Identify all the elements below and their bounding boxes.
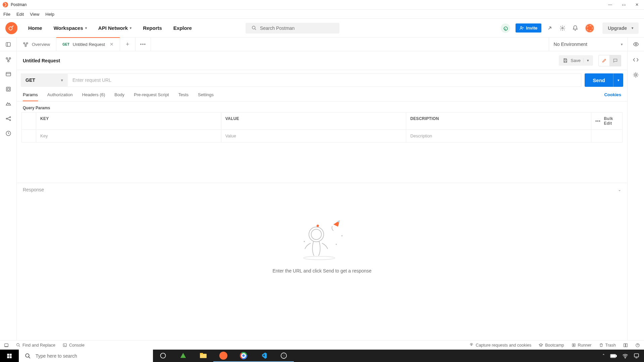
sync-status-icon[interactable]	[501, 23, 510, 33]
svg-point-20	[304, 256, 335, 260]
checkbox-header	[21, 113, 36, 130]
more-icon[interactable]: •••	[595, 119, 601, 123]
tab-prerequest[interactable]: Pre-request Script	[134, 92, 169, 101]
bootcamp-button[interactable]: Bootcamp	[539, 343, 564, 348]
invite-icon	[520, 26, 524, 30]
chevron-down-icon: ▾	[583, 58, 589, 63]
environment-selected: No Environment	[554, 42, 587, 47]
send-button[interactable]: Send	[585, 73, 613, 87]
close-icon[interactable]: ✕	[635, 2, 639, 7]
chevron-down-icon: ▾	[632, 26, 633, 30]
sidebar-toggle-icon[interactable]	[0, 38, 17, 51]
task-vscode-icon[interactable]	[254, 350, 274, 362]
environment-selector[interactable]: No Environment ▾	[549, 38, 628, 51]
tab-authorization[interactable]: Authorization	[47, 92, 73, 101]
query-params-table: KEY VALUE DESCRIPTION ••• Bulk Edit Key …	[21, 112, 623, 142]
console-button[interactable]: Console	[63, 343, 85, 348]
menu-edit[interactable]: Edit	[16, 12, 24, 17]
desktop-agent-icon[interactable]	[547, 25, 554, 31]
save-button[interactable]: Save ▾	[559, 55, 593, 66]
cookies-link[interactable]: Cookies	[604, 92, 621, 101]
global-search[interactable]: Search Postman	[246, 23, 339, 34]
new-tab-button[interactable]: +	[120, 38, 136, 51]
svg-rect-39	[7, 356, 9, 358]
nav-home[interactable]: Home	[23, 22, 47, 34]
tray-battery-icon[interactable]	[610, 354, 617, 358]
task-chrome-icon[interactable]	[233, 350, 254, 362]
environments-icon[interactable]	[5, 86, 11, 92]
taskbar-search[interactable]: Type here to search	[19, 350, 153, 362]
edit-icon[interactable]	[598, 55, 610, 66]
bulk-edit-link[interactable]: Bulk Edit	[604, 116, 618, 126]
tab-untitled-request[interactable]: GET Untitled Request ✕	[56, 38, 120, 51]
chevron-down-icon[interactable]: ⌄	[618, 187, 621, 192]
tab-body[interactable]: Body	[114, 92, 124, 101]
user-avatar[interactable]	[585, 23, 594, 33]
collections-icon[interactable]	[5, 57, 11, 63]
task-app-1-icon[interactable]	[173, 350, 193, 362]
tab-headers[interactable]: Headers (6)	[82, 92, 105, 101]
two-pane-icon[interactable]	[623, 343, 628, 348]
history-icon[interactable]	[5, 130, 11, 136]
tab-overview[interactable]: Overview	[17, 38, 56, 51]
settings-icon[interactable]	[559, 25, 567, 31]
svg-rect-5	[6, 42, 10, 46]
value-input[interactable]: Value	[221, 130, 407, 142]
svg-point-12	[7, 60, 9, 62]
environment-quicklook-icon[interactable]	[628, 38, 644, 51]
find-replace-button[interactable]: Find and Replace	[16, 343, 55, 348]
maximize-icon[interactable]: ▭	[621, 2, 626, 7]
description-input[interactable]: Description	[406, 130, 591, 142]
svg-point-32	[471, 345, 472, 346]
bootcamp-label: Bootcamp	[545, 343, 564, 348]
minimize-icon[interactable]: —	[608, 2, 612, 7]
menu-help[interactable]: Help	[45, 12, 54, 17]
task-obs-icon[interactable]	[274, 350, 294, 362]
svg-rect-40	[10, 356, 12, 358]
nav-workspaces[interactable]: Workspaces ▾	[49, 22, 92, 34]
response-hint: Enter the URL and click Send to get a re…	[272, 268, 371, 274]
comment-icon[interactable]	[610, 55, 621, 66]
windows-start-button[interactable]	[0, 350, 19, 362]
nav-api-network[interactable]: API Network ▾	[94, 22, 136, 34]
tab-tests[interactable]: Tests	[178, 92, 189, 101]
tab-params[interactable]: Params	[23, 92, 38, 101]
svg-rect-13	[6, 72, 11, 76]
key-input[interactable]: Key	[36, 130, 221, 142]
svg-point-49	[242, 354, 245, 357]
toggle-sidebar-icon[interactable]	[4, 343, 9, 348]
invite-button[interactable]: Invite	[516, 23, 541, 33]
mock-servers-icon[interactable]	[5, 101, 11, 107]
table-row[interactable]: Key Value Description	[21, 130, 623, 142]
tab-actions-icon[interactable]: •••	[136, 38, 151, 51]
runner-button[interactable]: Runner	[572, 343, 592, 348]
task-postman-icon[interactable]	[213, 350, 233, 362]
tray-wifi-icon[interactable]	[622, 354, 628, 358]
tab-settings[interactable]: Settings	[198, 92, 214, 101]
search-icon	[252, 25, 257, 31]
nav-explore[interactable]: Explore	[169, 22, 197, 34]
capture-button[interactable]: Capture requests and cookies	[469, 343, 531, 348]
menu-file[interactable]: File	[3, 12, 10, 17]
tray-chevron-icon[interactable]: ˄	[602, 353, 605, 359]
request-url-input[interactable]	[68, 73, 581, 87]
menu-view[interactable]: View	[30, 12, 39, 17]
tray-notifications-icon[interactable]	[634, 353, 639, 359]
svg-point-22	[311, 229, 322, 240]
nav-reports[interactable]: Reports	[138, 22, 167, 34]
monitors-icon[interactable]	[5, 116, 11, 122]
trash-button[interactable]: Trash	[599, 343, 616, 348]
tab-close-icon[interactable]: ✕	[110, 42, 114, 47]
info-icon[interactable]	[633, 72, 639, 78]
http-method-select[interactable]: GET ▾	[21, 73, 68, 87]
upgrade-button[interactable]: Upgrade ▾	[602, 22, 639, 34]
help-icon[interactable]	[635, 343, 640, 348]
task-file-explorer-icon[interactable]	[193, 350, 213, 362]
apis-icon[interactable]	[5, 71, 11, 77]
send-split-button[interactable]: ▾	[613, 73, 623, 87]
notifications-icon[interactable]	[572, 25, 580, 31]
request-title[interactable]: Untitled Request	[23, 58, 60, 63]
code-icon[interactable]	[633, 57, 639, 63]
task-cortana-icon[interactable]	[153, 350, 173, 362]
chevron-down-icon: ▾	[621, 42, 623, 47]
